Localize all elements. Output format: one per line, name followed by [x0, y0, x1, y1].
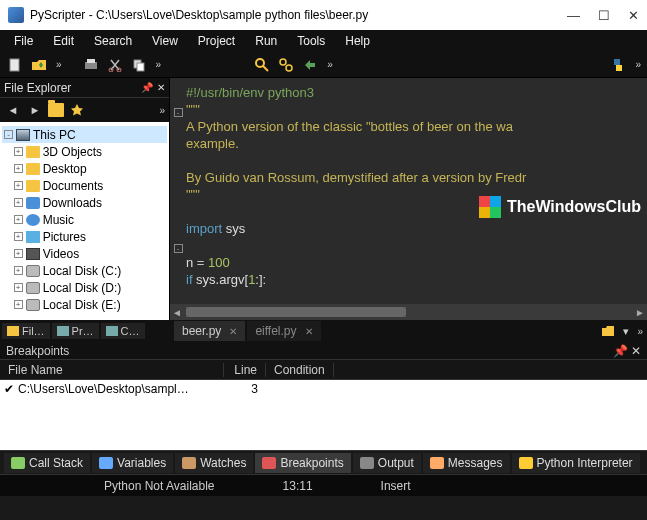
menu-file[interactable]: File — [6, 32, 41, 50]
expand-icon[interactable]: + — [14, 147, 23, 156]
menu-run[interactable]: Run — [247, 32, 285, 50]
col-condition[interactable]: Condition — [266, 363, 334, 377]
minimize-button[interactable]: — — [567, 8, 580, 23]
breakpoint-row[interactable]: ✔ C:\Users\Love\Desktop\sampl… 3 — [0, 380, 647, 398]
forward-icon[interactable]: ► — [26, 101, 44, 119]
tree-item[interactable]: +Local Disk (C:) — [2, 262, 167, 279]
expand-icon[interactable]: + — [14, 283, 23, 292]
find-icon[interactable] — [253, 56, 271, 74]
svg-point-9 — [286, 65, 292, 71]
expand-icon[interactable]: + — [14, 232, 23, 241]
cut-icon[interactable] — [106, 56, 124, 74]
chevron-icon[interactable]: » — [159, 105, 165, 116]
expand-icon[interactable]: + — [14, 198, 23, 207]
file-explorer-header: File Explorer 📌✕ — [0, 78, 169, 98]
chevron-icon[interactable]: » — [327, 59, 333, 70]
horizontal-scrollbar[interactable]: ◄► — [170, 304, 647, 320]
tab-icon — [430, 457, 444, 469]
expand-icon[interactable]: + — [14, 266, 23, 275]
tree-label: 3D Objects — [43, 145, 102, 159]
fold-toggle[interactable]: - — [174, 244, 183, 253]
fold-toggle[interactable]: - — [174, 108, 183, 117]
menu-tools[interactable]: Tools — [289, 32, 333, 50]
folder-icon[interactable] — [48, 103, 64, 117]
tree-item[interactable]: +Music — [2, 211, 167, 228]
tree-item[interactable]: +Desktop — [2, 160, 167, 177]
menu-edit[interactable]: Edit — [45, 32, 82, 50]
menubar: File Edit Search View Project Run Tools … — [0, 30, 647, 52]
breakpoints-list[interactable]: ✔ C:\Users\Love\Desktop\sampl… 3 — [0, 380, 647, 450]
pin-icon[interactable]: 📌 — [141, 82, 153, 93]
chevron-icon[interactable]: » — [56, 59, 62, 70]
bottom-tab-breakpoints[interactable]: Breakpoints — [255, 453, 350, 473]
tab-icon — [11, 457, 25, 469]
tree-label: Local Disk (D:) — [43, 281, 122, 295]
expand-icon[interactable]: + — [14, 249, 23, 258]
favorites-icon[interactable] — [68, 101, 86, 119]
col-file[interactable]: File Name — [0, 363, 224, 377]
tab-project[interactable]: Pr… — [52, 323, 99, 339]
expand-icon[interactable]: + — [14, 300, 23, 309]
bottom-tab-messages[interactable]: Messages — [423, 453, 510, 473]
back-icon[interactable]: ◄ — [4, 101, 22, 119]
window-title: PyScripter - C:\Users\Love\Desktop\sampl… — [30, 8, 567, 22]
menu-help[interactable]: Help — [337, 32, 378, 50]
open-folder-icon[interactable] — [599, 322, 617, 340]
tree-label: This PC — [33, 128, 76, 142]
check-icon[interactable]: ✔ — [0, 382, 18, 396]
open-folder-icon[interactable] — [30, 56, 48, 74]
expand-icon[interactable]: + — [14, 181, 23, 190]
print-icon[interactable] — [82, 56, 100, 74]
bottom-tab-output[interactable]: Output — [353, 453, 421, 473]
tree-item[interactable]: -This PC — [2, 126, 167, 143]
close-tab-icon[interactable]: ✕ — [229, 326, 237, 337]
tree-item[interactable]: +Local Disk (E:) — [2, 296, 167, 313]
fold-icon — [26, 146, 40, 158]
goto-icon[interactable] — [301, 56, 319, 74]
close-panel-icon[interactable]: ✕ — [631, 344, 641, 358]
expand-icon[interactable]: - — [4, 130, 13, 139]
tree-item[interactable]: +Local Disk (D:) — [2, 279, 167, 296]
tree-item[interactable]: +Videos — [2, 245, 167, 262]
tab-file-explorer[interactable]: Fil… — [2, 323, 50, 339]
menu-search[interactable]: Search — [86, 32, 140, 50]
tab-code[interactable]: C… — [101, 323, 145, 339]
left-panel-tabs: Fil… Pr… C… — [0, 320, 170, 342]
expand-icon[interactable]: + — [14, 215, 23, 224]
menu-project[interactable]: Project — [190, 32, 243, 50]
new-file-icon[interactable] — [6, 56, 24, 74]
chevron-icon[interactable]: » — [635, 59, 641, 70]
bottom-tab-variables[interactable]: Variables — [92, 453, 173, 473]
tree-item[interactable]: +Downloads — [2, 194, 167, 211]
editor-tab-beer[interactable]: beer.py✕ — [174, 321, 245, 341]
bottom-tab-python-interpreter[interactable]: Python Interpreter — [512, 453, 640, 473]
code-text[interactable]: #!/usr/bin/env python3 """ A Python vers… — [186, 78, 647, 304]
tree-label: Music — [43, 213, 74, 227]
tree-item[interactable]: +3D Objects — [2, 143, 167, 160]
tree-label: Videos — [43, 247, 79, 261]
maximize-button[interactable]: ☐ — [598, 8, 610, 23]
close-button[interactable]: ✕ — [628, 8, 639, 23]
python-icon[interactable] — [609, 56, 627, 74]
replace-icon[interactable] — [277, 56, 295, 74]
close-panel-icon[interactable]: ✕ — [157, 82, 165, 93]
tree-item[interactable]: +Documents — [2, 177, 167, 194]
dropdown-icon[interactable]: ▾ — [623, 325, 629, 338]
tree-item[interactable]: +Pictures — [2, 228, 167, 245]
pin-icon[interactable]: 📌 — [613, 344, 628, 358]
col-line[interactable]: Line — [224, 363, 266, 377]
svg-point-8 — [280, 59, 286, 65]
chevron-icon[interactable]: » — [156, 59, 162, 70]
chevron-icon[interactable]: » — [637, 326, 643, 337]
editor-tab-eiffel[interactable]: eiffel.py✕ — [247, 321, 320, 341]
close-tab-icon[interactable]: ✕ — [305, 326, 313, 337]
tab-icon — [182, 457, 196, 469]
file-tree[interactable]: -This PC +3D Objects +Desktop +Documents… — [0, 122, 169, 320]
svg-rect-6 — [137, 63, 144, 71]
bottom-tab-call-stack[interactable]: Call Stack — [4, 453, 90, 473]
app-icon — [8, 7, 24, 23]
menu-view[interactable]: View — [144, 32, 186, 50]
copy-icon[interactable] — [130, 56, 148, 74]
expand-icon[interactable]: + — [14, 164, 23, 173]
bottom-tab-watches[interactable]: Watches — [175, 453, 253, 473]
